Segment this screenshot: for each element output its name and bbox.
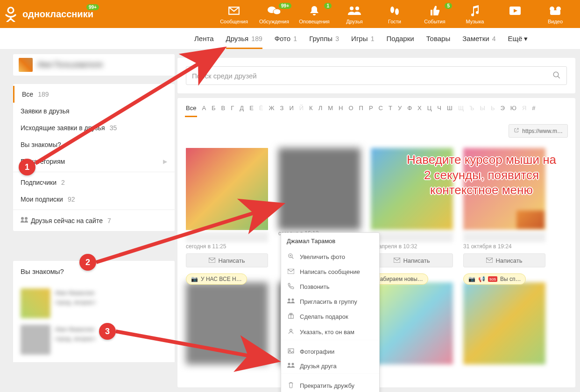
tab-Подарки[interactable]: Подарки [386,29,414,49]
alpha-letter[interactable]: С [379,105,383,112]
alpha-letter[interactable]: А [202,105,206,112]
ctx-phone[interactable]: Позвонить [281,279,379,294]
topnav-bell[interactable]: 1Оповещения [294,4,334,24]
write-button[interactable]: Написать [371,253,453,267]
side-item[interactable]: Мои подписки 92 [13,191,175,208]
side-item[interactable]: Подписчики 2 [13,172,175,191]
alpha-letter[interactable]: Д [240,105,244,112]
alpha-letter[interactable]: Г [231,105,234,112]
alpha-letter[interactable]: М [328,105,333,112]
tab-Заметки[interactable]: Заметки 4 [462,29,495,49]
search-input[interactable]: Поиск среди друзей [186,66,567,85]
alpha-letter[interactable]: Т [389,105,392,112]
ctx-tag[interactable]: Указать, кто он вам [281,324,379,340]
side-item[interactable]: Вы знакомы? [13,136,175,153]
side-item-label: Мои подписки [21,196,63,203]
topnav-play[interactable] [495,4,535,24]
familiar-item[interactable]: Имя Фамилиягород, возраст [21,282,167,318]
alpha-letter[interactable]: П [359,105,363,112]
annotation-marker-1: 1 [19,159,35,175]
alpha-letter[interactable]: Е [249,105,254,112]
alpha-letter[interactable]: К [309,105,313,112]
alpha-letter[interactable]: Все [186,105,196,112]
friend-photo[interactable] [278,148,361,230]
last-seen: сегодня в 11:25 [186,243,268,250]
topnav-music[interactable]: Музыка [455,4,495,24]
ctx-mail[interactable]: Написать сообщение [281,265,379,279]
alpha-letter[interactable]: Э [500,105,504,112]
topnav-mail[interactable]: Сообщения [214,4,254,24]
alpha-letter: Ы [480,105,485,112]
ctx-label: Сделать подарок [300,313,348,320]
last-seen: 20 апреля в 10:32 [371,243,453,250]
friend-photo[interactable] [186,148,268,230]
site-logo[interactable]: одноклассники 99+ [3,6,93,22]
alpha-letter[interactable]: В [221,105,226,112]
badge: 1 [324,3,332,9]
alpha-letter[interactable]: Ч [437,105,441,112]
alpha-letter[interactable]: Ю [510,105,516,112]
ctx-trash[interactable]: Прекратить дружбу [281,378,379,392]
friend-photo[interactable] [186,282,268,364]
tab-Лента[interactable]: Лента [194,29,214,49]
friend-photo[interactable] [371,282,453,364]
alpha-letter[interactable]: Ц [427,105,432,112]
tab-Ещё ▾[interactable]: Ещё ▾ [508,29,528,49]
side-item[interactable]: Все 189 [13,86,175,103]
side-item[interactable]: Друзья сейчас на сайте 7 [13,210,175,229]
mail-icon [214,4,254,18]
camera-icon: 📷 [468,276,475,282]
external-link-pill[interactable]: https://www.m… [509,124,568,138]
topnav-thumb[interactable]: 5События [415,4,455,24]
alpha-letter[interactable]: Ш [447,105,453,112]
alpha-letter[interactable]: И [289,105,293,112]
alpha-letter[interactable]: # [532,105,535,112]
svg-point-3 [350,7,354,10]
last-seen: 31 октября в 19:24 [463,243,545,250]
svg-point-23 [288,299,290,301]
alpha-letter[interactable]: Б [212,105,216,112]
alpha-letter[interactable]: Ж [269,105,275,112]
topnav-feet[interactable]: Гости [375,4,415,24]
alpha-letter[interactable]: Р [369,105,373,112]
alpha-letter[interactable]: У [398,105,402,112]
friend-status-pill[interactable]: 📷У НАС ВСЕ Н… [186,273,247,285]
topnav-camera[interactable]: Видео [535,4,575,24]
ctx-group[interactable]: Друзья друга [281,359,379,373]
tab-Игры[interactable]: Игры 1 [351,29,374,49]
photo-thumb [516,210,545,229]
tab-Товары[interactable]: Товары [426,29,451,49]
friend-card[interactable]: 📷📢sosВы сп… [463,280,545,364]
friend-card[interactable]: сегодня в 11:25Написать [186,148,268,267]
write-button[interactable]: Написать [186,253,268,267]
side-item[interactable]: По категориям▶ [13,153,175,170]
friend-photo[interactable] [463,282,545,364]
profile-summary[interactable]: Имя Пользователя [13,54,175,76]
ctx-photos[interactable]: Фотографии [281,344,379,359]
ctx-gift[interactable]: Сделать подарок [281,309,379,324]
alpha-letter[interactable]: Х [417,105,422,112]
friend-card[interactable]: 📷У НАС ВСЕ Н… [186,280,268,364]
alpha-letter[interactable]: Ф [407,105,412,112]
ctx-group[interactable]: Пригласить в группу [281,294,379,309]
side-item[interactable]: Заявки в друзья [13,103,175,119]
topnav-chat[interactable]: 99+Обсуждения [254,4,294,24]
topnav-friends[interactable]: Друзья [334,4,375,24]
familiar-item[interactable]: Имя Фамилиягород, возраст [21,318,167,355]
friend-card[interactable]: Набираем новы… [371,280,453,364]
tab-Друзья[interactable]: Друзья 189 [226,29,262,49]
tab-Группы[interactable]: Группы 3 [309,29,339,49]
side-item-label: Все [22,91,33,98]
badge: 5 [445,3,452,9]
alpha-letter[interactable]: Н [339,105,343,112]
ctx-zoom[interactable]: Увеличить фото [281,249,379,265]
side-item[interactable]: Исходящие заявки в друзья 35 [13,119,175,136]
write-button[interactable]: Написать [463,253,545,267]
alpha-letter[interactable]: О [348,105,353,112]
alpha-letter[interactable]: Л [318,105,323,112]
topnav-label: Гости [375,19,415,24]
tab-Фото[interactable]: Фото 1 [275,29,297,49]
friend-status-pill[interactable]: 📷📢sosВы сп… [463,273,526,285]
familiar-block: Вы знакомы? Имя Фамилиягород, возраст Им… [13,261,175,362]
alpha-letter[interactable]: З [280,105,284,112]
